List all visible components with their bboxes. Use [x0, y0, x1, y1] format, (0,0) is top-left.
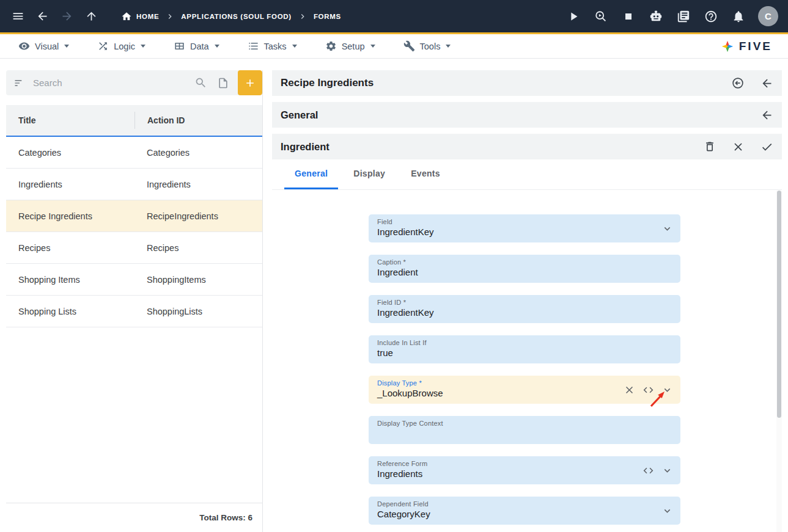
preview-button[interactable]: [593, 9, 609, 24]
table-row-selected[interactable]: Recipe Ingredients RecipeIngredients: [6, 200, 262, 232]
field-dependent-field[interactable]: Dependent Field CategoryKey: [369, 497, 680, 525]
trash-icon: [704, 140, 716, 153]
hamburger-menu-button[interactable]: [10, 9, 26, 24]
forms-table: Title Action ID Categories Categories In…: [6, 105, 262, 327]
table-row[interactable]: Shopping Lists ShoppingLists: [6, 296, 262, 327]
add-form-button[interactable]: [238, 70, 262, 95]
field-label: Caption *: [377, 258, 672, 266]
code-icon[interactable]: [643, 465, 654, 476]
cell-action-id: Recipes: [134, 243, 262, 253]
field-include-in-list-if[interactable]: Include In List If true: [369, 335, 680, 363]
document-icon[interactable]: [217, 77, 229, 89]
column-header-title[interactable]: Title: [6, 115, 134, 125]
field-field[interactable]: Field IngredientKey: [369, 214, 680, 242]
five-spark-icon: [721, 40, 734, 53]
chevron-right-icon: [165, 12, 175, 21]
cell-title: Recipe Ingredients: [6, 211, 134, 221]
caret-down-icon: [292, 45, 297, 48]
form-scrollbar: [776, 191, 782, 532]
chevron-down-icon[interactable]: [661, 465, 673, 476]
breadcrumb-home[interactable]: HOME: [121, 11, 159, 22]
tab-display[interactable]: Display: [343, 159, 396, 189]
field-display-type-context[interactable]: Display Type Context: [369, 416, 680, 444]
panel-back-button[interactable]: [760, 77, 773, 90]
cancel-button[interactable]: [732, 140, 745, 153]
code-icon[interactable]: [643, 384, 654, 396]
cell-title: Ingredients: [6, 180, 134, 189]
field-caption[interactable]: Caption * Ingredient: [369, 255, 680, 283]
ingredient-section-bar: Ingredient: [272, 134, 782, 159]
revert-button[interactable]: [731, 76, 745, 90]
clear-icon[interactable]: [624, 384, 635, 396]
tab-events[interactable]: Events: [400, 159, 451, 189]
stop-button[interactable]: [620, 9, 636, 24]
five-app-window: HOME APPLICATIONS (SOUL FOOD) FORMS: [0, 0, 788, 532]
cell-action-id: ShoppingLists: [134, 307, 262, 316]
menu-toolbar: Visual Logic Data Tasks: [0, 34, 788, 59]
scrollbar-thumb[interactable]: [777, 191, 781, 418]
hamburger-icon: [12, 10, 24, 23]
field-form: Field IngredientKey Caption * Ingredient…: [272, 190, 782, 525]
arrow-back-icon: [36, 10, 49, 23]
breadcrumb-home-label: HOME: [136, 13, 159, 20]
back-button[interactable]: [34, 9, 50, 24]
menu-visual[interactable]: Visual: [18, 40, 69, 52]
help-button[interactable]: [703, 9, 719, 24]
column-header-action-id[interactable]: Action ID: [134, 112, 262, 129]
chevron-down-icon[interactable]: [661, 505, 673, 517]
tab-bar: General Display Events: [272, 159, 782, 190]
table-header-row: Title Action ID: [6, 105, 262, 137]
menu-tools[interactable]: Tools: [403, 40, 451, 52]
table-row[interactable]: Ingredients Ingredients: [6, 169, 262, 200]
cell-action-id: Categories: [134, 148, 262, 158]
eye-icon: [18, 40, 30, 52]
field-label: Display Type Context: [377, 420, 672, 427]
notifications-button[interactable]: [731, 9, 746, 24]
menu-tasks[interactable]: Tasks: [248, 40, 297, 52]
save-button[interactable]: [760, 140, 773, 153]
general-collapse-button[interactable]: [760, 109, 773, 122]
caret-down-icon: [141, 45, 145, 48]
copilot-button[interactable]: [648, 9, 664, 24]
top-navbar: HOME APPLICATIONS (SOUL FOOD) FORMS: [0, 0, 788, 34]
chevron-down-icon[interactable]: [661, 223, 673, 235]
table-row[interactable]: Shopping Items ShoppingItems: [6, 264, 262, 296]
table-icon: [174, 40, 185, 52]
general-section-bar: General: [272, 102, 782, 128]
breadcrumb-applications[interactable]: APPLICATIONS (SOUL FOOD): [181, 13, 292, 20]
arrow-forward-icon: [61, 10, 73, 23]
menu-data-label: Data: [190, 42, 209, 51]
section-title-general: General: [281, 109, 318, 121]
cell-title: Recipes: [6, 243, 134, 253]
wrench-icon: [403, 40, 415, 52]
search-icon[interactable]: [194, 76, 207, 89]
plus-icon: [244, 77, 256, 89]
up-button[interactable]: [83, 9, 99, 24]
robot-icon: [649, 10, 663, 23]
delete-button[interactable]: [704, 140, 716, 153]
knowledge-base-button[interactable]: [676, 9, 691, 24]
breadcrumb-forms[interactable]: FORMS: [314, 13, 341, 20]
forward-button[interactable]: [59, 9, 75, 24]
field-field-id[interactable]: Field ID * IngredientKey: [369, 295, 680, 323]
gear-icon: [325, 40, 337, 52]
table-row[interactable]: Recipes Recipes: [6, 232, 262, 264]
caret-down-icon: [215, 45, 219, 48]
field-display-type[interactable]: Display Type * _LookupBrowse: [369, 376, 680, 404]
search-input[interactable]: [33, 78, 194, 88]
menu-setup-label: Setup: [342, 42, 365, 51]
menu-logic[interactable]: Logic: [97, 40, 145, 52]
tab-general[interactable]: General: [284, 159, 338, 189]
avatar[interactable]: C: [758, 6, 778, 26]
chevron-down-icon[interactable]: [661, 384, 673, 396]
menu-setup[interactable]: Setup: [325, 40, 375, 52]
breadcrumb-forms-label: FORMS: [314, 13, 341, 20]
sort-filter-icon[interactable]: [13, 77, 26, 89]
field-value: true: [377, 348, 672, 359]
table-row[interactable]: Categories Categories: [6, 137, 262, 169]
menu-data[interactable]: Data: [174, 40, 219, 52]
chevron-right-icon: [298, 12, 307, 21]
form-editor-panel: Recipe Ingredients General Ingredient: [272, 70, 782, 532]
run-button[interactable]: [565, 9, 581, 24]
field-reference-form[interactable]: Reference Form Ingredients: [369, 456, 680, 484]
